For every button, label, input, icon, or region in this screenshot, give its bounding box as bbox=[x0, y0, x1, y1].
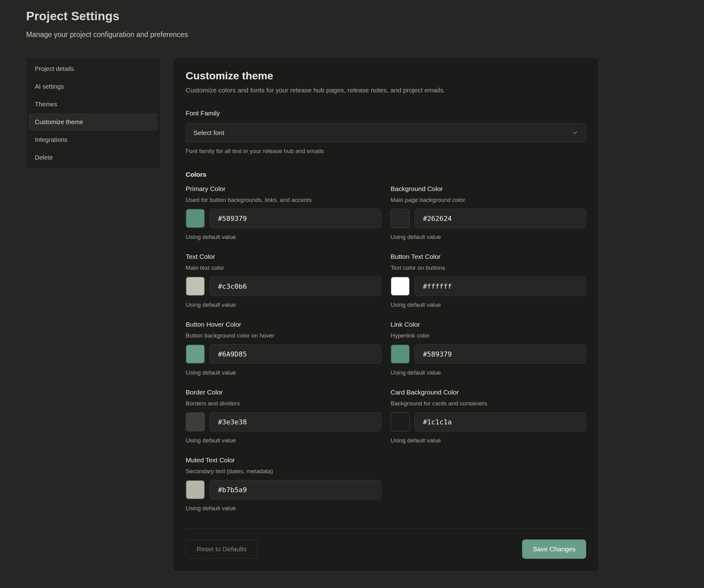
color-row bbox=[186, 344, 381, 364]
sidebar-item-delete[interactable]: Delete bbox=[28, 149, 158, 166]
sidebar-item-customize-theme[interactable]: Customize theme bbox=[28, 113, 158, 131]
color-field-description: Borders and dividers bbox=[186, 400, 381, 407]
color-field-card-background: Card Background Color Background for car… bbox=[391, 388, 586, 444]
color-row bbox=[186, 277, 381, 296]
color-row bbox=[186, 412, 381, 431]
color-field-status: Using default value bbox=[391, 302, 586, 308]
color-field-border: Border Color Borders and dividers Using … bbox=[186, 388, 381, 444]
color-field-primary: Primary Color Used for button background… bbox=[186, 185, 381, 240]
color-swatch[interactable] bbox=[186, 277, 205, 296]
page-subtitle: Manage your project configuration and pr… bbox=[26, 31, 704, 39]
color-field-text: Text Color Main text color Using default… bbox=[186, 253, 381, 308]
color-field-button-hover: Button Hover Color Button background col… bbox=[186, 321, 381, 376]
color-swatch[interactable] bbox=[391, 344, 410, 364]
color-field-label: Background Color bbox=[391, 185, 586, 193]
font-family-helper: Font family for all text in your release… bbox=[186, 148, 586, 155]
color-field-description: Button background color on hover bbox=[186, 332, 381, 339]
color-field-status: Using default value bbox=[391, 234, 586, 240]
save-changes-button[interactable]: Save Changes bbox=[522, 539, 586, 559]
sidebar-item-integrations[interactable]: Integrations bbox=[28, 131, 158, 149]
color-hex-input[interactable] bbox=[414, 209, 586, 228]
sidebar-item-ai-settings[interactable]: AI settings bbox=[28, 78, 158, 96]
sidebar-item-themes[interactable]: Themes bbox=[28, 96, 158, 113]
color-swatch[interactable] bbox=[186, 480, 205, 499]
footer-divider bbox=[186, 529, 586, 529]
color-field-status: Using default value bbox=[186, 234, 381, 240]
color-swatch[interactable] bbox=[391, 209, 410, 228]
panel-title: Customize theme bbox=[186, 70, 586, 82]
reset-defaults-button[interactable]: Reset to Defaults bbox=[186, 539, 257, 559]
color-field-status: Using default value bbox=[391, 369, 586, 376]
color-field-status: Using default value bbox=[186, 505, 381, 512]
color-field-description: Main text color bbox=[186, 264, 381, 271]
color-hex-input[interactable] bbox=[210, 277, 381, 296]
color-row bbox=[391, 412, 586, 431]
color-hex-input[interactable] bbox=[210, 412, 381, 431]
panel-footer: Reset to Defaults Save Changes bbox=[186, 539, 586, 559]
color-hex-input[interactable] bbox=[414, 344, 586, 364]
color-hex-input[interactable] bbox=[414, 277, 586, 296]
colors-heading: Colors bbox=[186, 171, 586, 178]
color-field-label: Card Background Color bbox=[391, 388, 586, 396]
chevron-down-icon bbox=[572, 129, 578, 136]
color-field-description: Used for button backgrounds, links, and … bbox=[186, 197, 381, 204]
color-field-label: Border Color bbox=[186, 388, 381, 396]
color-field-muted-text: Muted Text Color Secondary text (dates, … bbox=[186, 457, 381, 512]
font-family-field: Font Family Select font Font family for … bbox=[186, 109, 586, 155]
color-field-background: Background Color Main page background co… bbox=[391, 185, 586, 240]
color-hex-input[interactable] bbox=[414, 412, 586, 431]
color-swatch[interactable] bbox=[186, 209, 205, 228]
color-field-label: Muted Text Color bbox=[186, 457, 381, 464]
settings-layout: Project details AI settings Themes Custo… bbox=[26, 58, 599, 572]
color-swatch[interactable] bbox=[391, 277, 410, 296]
color-field-label: Link Color bbox=[391, 321, 586, 328]
font-family-select[interactable]: Select font bbox=[186, 123, 586, 143]
color-row bbox=[391, 277, 586, 296]
color-field-status: Using default value bbox=[186, 437, 381, 444]
color-field-label: Text Color bbox=[186, 253, 381, 260]
color-field-description: Background for cards and containers bbox=[391, 400, 586, 407]
color-field-status: Using default value bbox=[391, 437, 586, 444]
color-field-status: Using default value bbox=[186, 369, 381, 376]
color-field-description: Hyperlink color bbox=[391, 332, 586, 339]
color-field-label: Button Hover Color bbox=[186, 321, 381, 328]
color-row bbox=[186, 480, 381, 499]
color-field-link: Link Color Hyperlink color Using default… bbox=[391, 321, 586, 376]
font-family-select-value: Select font bbox=[193, 129, 224, 137]
color-hex-input[interactable] bbox=[210, 344, 381, 364]
color-field-description: Main page background color bbox=[391, 197, 586, 204]
settings-sidebar: Project details AI settings Themes Custo… bbox=[26, 58, 160, 169]
color-row bbox=[186, 209, 381, 228]
color-field-label: Button Text Color bbox=[391, 253, 586, 260]
color-field-description: Secondary text (dates, metadata) bbox=[186, 468, 381, 475]
color-fields-grid: Primary Color Used for button background… bbox=[186, 185, 586, 524]
page-title: Project Settings bbox=[26, 9, 704, 23]
sidebar-item-project-details[interactable]: Project details bbox=[28, 60, 158, 78]
color-swatch[interactable] bbox=[391, 412, 410, 431]
color-row bbox=[391, 209, 586, 228]
color-hex-input[interactable] bbox=[210, 209, 381, 228]
color-field-description: Text color on buttons bbox=[391, 264, 586, 271]
color-row bbox=[391, 344, 586, 364]
panel-description: Customize colors and fonts for your rele… bbox=[186, 87, 586, 94]
color-field-status: Using default value bbox=[186, 302, 381, 308]
page-header: Project Settings Manage your project con… bbox=[0, 0, 704, 39]
customize-theme-panel: Customize theme Customize colors and fon… bbox=[173, 58, 599, 572]
color-hex-input[interactable] bbox=[210, 480, 381, 499]
color-field-button-text: Button Text Color Text color on buttons … bbox=[391, 253, 586, 308]
color-field-label: Primary Color bbox=[186, 185, 381, 193]
color-swatch[interactable] bbox=[186, 412, 205, 431]
color-swatch[interactable] bbox=[186, 344, 205, 364]
font-family-label: Font Family bbox=[186, 109, 586, 117]
